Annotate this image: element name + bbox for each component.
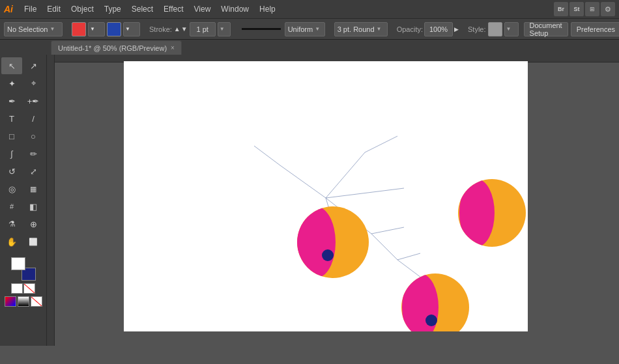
- stroke-line-dropdown[interactable]: Uniform ▼: [285, 22, 325, 36]
- lasso-icon: ⌖: [31, 78, 36, 89]
- gradient-mode-square[interactable]: [18, 296, 29, 307]
- color-box-area: [1, 255, 45, 309]
- cap-section: 3 pt. Round ▼: [334, 22, 388, 36]
- stroke-up-icon[interactable]: ▲: [174, 25, 180, 33]
- pencil-icon: ✏: [30, 149, 37, 159]
- ellipse-tool[interactable]: ○: [23, 128, 44, 145]
- svg-line-10: [254, 146, 280, 165]
- tab-close-button[interactable]: ×: [171, 44, 175, 51]
- lasso-tool[interactable]: ⌖: [23, 75, 44, 92]
- stroke-color-dropdown[interactable]: ▼: [123, 22, 140, 36]
- menu-window[interactable]: Window: [216, 3, 253, 15]
- stroke-line-section: Uniform ▼: [240, 22, 325, 36]
- main-area: ↖ ↗ ✦ ⌖ ✒ +✒ T /: [0, 55, 619, 346]
- pen-icon: ✒: [8, 96, 16, 106]
- column-graph-icon: ▦: [30, 185, 36, 193]
- style-swatch[interactable]: [488, 22, 502, 36]
- line-tool[interactable]: /: [23, 110, 44, 127]
- direct-selection-tool[interactable]: ↗: [23, 57, 44, 74]
- rotate-tool[interactable]: ↺: [1, 163, 22, 180]
- menu-select[interactable]: Select: [127, 3, 158, 15]
- svg-line-0: [280, 165, 326, 198]
- scale-icon: ⤢: [30, 167, 37, 176]
- selection-dropdown[interactable]: No Selection ▼: [4, 22, 63, 36]
- menu-object[interactable]: Object: [66, 3, 98, 15]
- stroke-weight-input[interactable]: 1 pt: [190, 22, 216, 36]
- fill-mini-square[interactable]: [11, 283, 23, 294]
- workspace-layout-icon[interactable]: ⊞: [585, 2, 599, 16]
- selection-tool-icon: ↖: [8, 61, 16, 71]
- stroke-line-label: Uniform: [288, 25, 313, 33]
- pencil-tool[interactable]: ✏: [23, 145, 44, 162]
- stroke-mini-square[interactable]: [23, 283, 35, 294]
- artboard-icon: ⬜: [29, 238, 38, 246]
- style-dropdown[interactable]: ▼: [504, 22, 519, 36]
- menu-file[interactable]: File: [20, 3, 41, 15]
- svg-point-14: [322, 249, 334, 261]
- stroke-section: Stroke: ▲ ▼ 1 pt ▼: [149, 22, 231, 36]
- pen-tool[interactable]: ✒: [1, 92, 22, 109]
- text-icon: T: [9, 114, 14, 124]
- menu-edit[interactable]: Edit: [42, 3, 65, 15]
- magic-wand-tool[interactable]: ✦: [1, 75, 22, 92]
- scale-tool[interactable]: ⤢: [23, 163, 44, 180]
- eyedropper-tool[interactable]: ⚗: [1, 216, 22, 232]
- stroke-label: Stroke:: [149, 25, 172, 33]
- foreground-color-box[interactable]: [11, 257, 25, 270]
- menu-type[interactable]: Type: [100, 3, 126, 15]
- stroke-color-swatch[interactable]: [107, 22, 121, 36]
- none-mode-square[interactable]: [31, 296, 42, 307]
- search-icon[interactable]: ⚙: [601, 2, 615, 16]
- line-icon: /: [32, 114, 35, 124]
- svg-line-8: [397, 253, 420, 260]
- app-logo: Ai: [4, 4, 13, 14]
- cap-label: 3 pt. Round: [338, 25, 375, 33]
- bridge-icon[interactable]: Br: [554, 2, 568, 16]
- document-setup-button[interactable]: Document Setup: [524, 22, 568, 36]
- opacity-arrow-icon[interactable]: ▶: [454, 26, 459, 33]
- opacity-input[interactable]: 100%: [424, 22, 453, 36]
- fg-bg-colors: [11, 257, 36, 281]
- svg-point-21: [459, 179, 495, 247]
- art-canvas: [124, 61, 528, 331]
- stock-icon[interactable]: St: [569, 2, 584, 16]
- fill-color-swatch[interactable]: [72, 22, 86, 36]
- tool-row-10: ⚗ ⊕: [1, 216, 45, 232]
- gradient-tool[interactable]: ◧: [23, 198, 44, 215]
- menu-bar: Ai File Edit Object Type Select Effect V…: [0, 0, 619, 18]
- circle-group-2: [401, 273, 469, 331]
- svg-line-6: [371, 234, 397, 260]
- menu-help[interactable]: Help: [255, 3, 280, 15]
- mesh-tool[interactable]: #: [1, 198, 22, 215]
- stroke-unit-dropdown[interactable]: ▼: [218, 22, 231, 36]
- fill-type-dropdown[interactable]: ▼: [88, 22, 105, 36]
- preferences-button[interactable]: Preferences: [571, 22, 619, 36]
- rectangle-icon: □: [9, 132, 14, 141]
- rectangle-tool[interactable]: □: [1, 128, 22, 145]
- artboard[interactable]: [124, 61, 528, 331]
- artboard-tool[interactable]: ⬜: [23, 233, 44, 250]
- zoom-icon: ⊕: [30, 219, 37, 229]
- selection-tool[interactable]: ↖: [1, 57, 22, 74]
- opacity-section: Opacity: 100% ▶: [397, 22, 459, 36]
- hand-tool[interactable]: ✋: [1, 233, 22, 250]
- blend-icon: ◎: [8, 184, 16, 194]
- text-tool[interactable]: T: [1, 110, 22, 127]
- selection-arrow-icon: ▼: [50, 26, 55, 32]
- circle-group-3: [458, 179, 526, 247]
- column-graph-tool[interactable]: ▦: [23, 180, 44, 197]
- zoom-tool[interactable]: ⊕: [23, 216, 44, 232]
- paintbrush-tool[interactable]: ∫: [1, 145, 22, 162]
- color-mode-square[interactable]: [5, 296, 16, 307]
- cap-dropdown[interactable]: 3 pt. Round ▼: [334, 22, 388, 36]
- stroke-down-icon[interactable]: ▼: [181, 25, 188, 33]
- add-anchor-tool[interactable]: +✒: [23, 92, 44, 109]
- tab-bar: Untitled-1* @ 50% (RGB/Preview) ×: [0, 39, 619, 55]
- magic-wand-icon: ✦: [8, 79, 16, 89]
- blend-tool[interactable]: ◎: [1, 180, 22, 197]
- canvas-area[interactable]: [47, 55, 619, 346]
- menu-effect[interactable]: Effect: [159, 3, 188, 15]
- document-tab[interactable]: Untitled-1* @ 50% (RGB/Preview) ×: [51, 40, 182, 55]
- tool-row-7: ↺ ⤢: [1, 163, 45, 180]
- menu-view[interactable]: View: [190, 3, 216, 15]
